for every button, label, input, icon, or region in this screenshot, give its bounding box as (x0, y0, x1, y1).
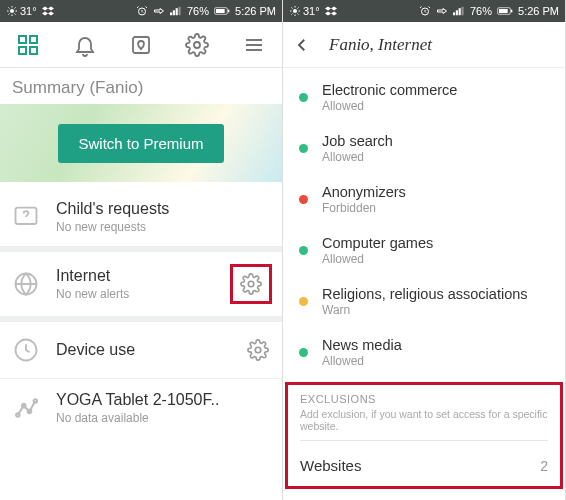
signal-icon (170, 5, 182, 17)
main-toolbar (0, 22, 282, 68)
premium-button[interactable]: Switch to Premium (58, 124, 223, 163)
left-pane: 31° 76% 5:26 PM Summary (Fanio (0, 0, 283, 500)
svg-rect-7 (216, 9, 225, 13)
svg-rect-9 (19, 36, 26, 43)
status-bar: 31° 76% 5:26 PM (283, 0, 565, 22)
svg-rect-8 (228, 10, 229, 13)
row-device-use[interactable]: Device use (0, 322, 282, 378)
exclusions-label: EXCLUSIONS (300, 393, 548, 405)
detail-header: Fanio, Internet (283, 22, 565, 68)
svg-rect-31 (499, 9, 508, 13)
svg-rect-11 (19, 47, 26, 54)
row-title: Device use (56, 341, 230, 359)
weather-widget: 31° (6, 5, 37, 17)
airplane-icon (153, 5, 165, 17)
location-tab[interactable] (128, 32, 154, 58)
status-dot (299, 297, 308, 306)
page-title: Summary (Fanio) (0, 68, 282, 104)
alerts-tab[interactable] (72, 32, 98, 58)
svg-rect-10 (30, 36, 37, 43)
battery-icon (214, 6, 230, 16)
svg-rect-27 (456, 10, 458, 15)
map-pin-icon (129, 33, 153, 57)
right-pane: 31° 76% 5:26 PM Fanio, Internet Electron… (283, 0, 566, 500)
weather-widget: 31° (289, 5, 320, 17)
svg-rect-12 (30, 47, 37, 54)
question-icon (10, 201, 42, 233)
category-name: Religions, religious associations (322, 286, 549, 302)
summary-list: Child's requests No new requests Interne… (0, 188, 282, 437)
airplane-icon (436, 5, 448, 17)
row-title: Internet (56, 267, 216, 285)
category-status: Allowed (322, 252, 549, 266)
grid-icon (16, 33, 40, 57)
category-item[interactable]: Job search Allowed (283, 123, 565, 174)
svg-rect-26 (453, 12, 455, 15)
weather-temp: 31° (20, 5, 37, 17)
category-name: Anonymizers (322, 184, 549, 200)
detail-title: Fanio, Internet (329, 35, 432, 55)
svg-rect-4 (176, 8, 178, 15)
svg-point-0 (10, 9, 14, 13)
activity-icon (10, 392, 42, 424)
clock-icon (10, 334, 42, 366)
svg-rect-28 (459, 8, 461, 15)
svg-rect-5 (178, 7, 180, 15)
category-status: Warn (322, 303, 549, 317)
settings-tab[interactable] (184, 32, 210, 58)
svg-point-24 (293, 9, 297, 13)
bell-icon (73, 33, 97, 57)
category-status: Allowed (322, 150, 549, 164)
category-list: Electronic commerce Allowed Job search A… (283, 68, 565, 380)
battery-percent: 76% (187, 5, 209, 17)
weather-temp: 31° (303, 5, 320, 17)
status-dot (299, 93, 308, 102)
svg-rect-3 (173, 10, 175, 15)
row-subtitle: No new requests (56, 220, 272, 234)
category-item[interactable]: Religions, religious associations Warn (283, 276, 565, 327)
category-name: Electronic commerce (322, 82, 549, 98)
row-device-yoga[interactable]: YOGA Tablet 2-1050F.. No data available (0, 379, 282, 437)
alarm-icon (419, 5, 431, 17)
status-dot (299, 348, 308, 357)
exclusions-highlight: EXCLUSIONS Add exclusion, if you want to… (285, 382, 563, 489)
category-item[interactable]: Anonymizers Forbidden (283, 174, 565, 225)
menu-button[interactable] (241, 32, 267, 58)
category-item[interactable]: Electronic commerce Allowed (283, 72, 565, 123)
svg-rect-2 (170, 12, 172, 15)
clock-time: 5:26 PM (518, 5, 559, 17)
battery-icon (497, 6, 513, 16)
category-name: News media (322, 337, 549, 353)
exclusions-websites-row[interactable]: Websites 2 (288, 445, 560, 486)
svg-point-19 (255, 347, 261, 353)
clock-time: 5:26 PM (235, 5, 276, 17)
category-status: Forbidden (322, 201, 549, 215)
alarm-icon (136, 5, 148, 17)
row-subtitle: No new alerts (56, 287, 216, 301)
svg-rect-13 (133, 37, 149, 53)
row-settings-button[interactable] (244, 336, 272, 364)
premium-banner: Switch to Premium (0, 104, 282, 182)
internet-settings-highlight (230, 264, 272, 304)
row-subtitle: No data available (56, 411, 272, 425)
status-bar: 31° 76% 5:26 PM (0, 0, 282, 22)
svg-rect-32 (511, 10, 512, 13)
status-dot (299, 144, 308, 153)
row-title: Child's requests (56, 200, 272, 218)
websites-label: Websites (300, 457, 540, 474)
dashboard-tab[interactable] (15, 32, 41, 58)
category-item[interactable]: News media Allowed (283, 327, 565, 378)
back-button[interactable] (293, 34, 315, 56)
category-status: Allowed (322, 99, 549, 113)
dropbox-icon (42, 5, 54, 17)
row-child-requests[interactable]: Child's requests No new requests (0, 188, 282, 246)
svg-point-14 (194, 42, 200, 48)
row-settings-button[interactable] (237, 270, 265, 298)
websites-count: 2 (540, 458, 548, 474)
category-name: Job search (322, 133, 549, 149)
sun-icon (6, 5, 18, 17)
category-item[interactable]: Computer games Allowed (283, 225, 565, 276)
gear-icon (185, 33, 209, 57)
signal-icon (453, 5, 465, 17)
row-internet[interactable]: Internet No new alerts (0, 252, 282, 316)
